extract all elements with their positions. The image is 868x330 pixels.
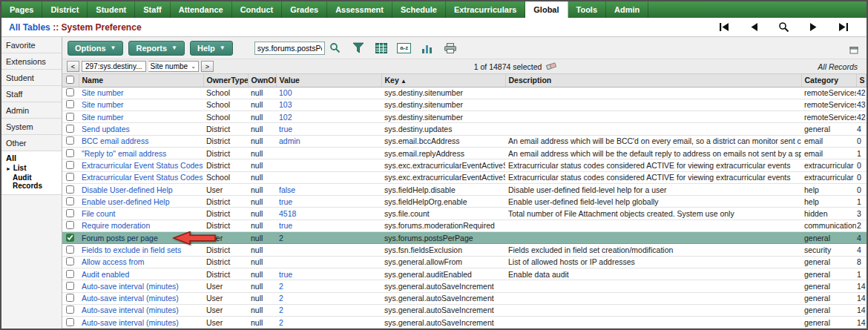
row-value-link[interactable]: true xyxy=(276,220,381,231)
row-name-link[interactable]: Fields to exclude in field sets xyxy=(79,244,203,256)
row-checkbox[interactable] xyxy=(66,185,74,194)
table-row[interactable]: Disable User-defined HelpUsernullfalsesy… xyxy=(62,183,867,195)
row-name-link[interactable]: Auto-save interval (minutes) xyxy=(79,280,203,292)
row-checkbox[interactable] xyxy=(66,270,74,278)
sort-az-icon[interactable]: a-z xyxy=(395,40,413,56)
sidebar-subitem-list[interactable]: ► List xyxy=(6,164,57,172)
first-record-icon[interactable] xyxy=(719,23,730,31)
row-name-link[interactable]: BCC email address xyxy=(79,135,203,147)
row-value-link[interactable] xyxy=(276,256,381,268)
record-filter-label[interactable]: All Records xyxy=(818,62,858,71)
row-checkbox[interactable] xyxy=(66,221,74,229)
row-name-link[interactable]: Enable user-defined Help xyxy=(79,196,203,208)
column-header-value[interactable]: Value xyxy=(276,74,381,87)
all-tables-link[interactable]: All Tables xyxy=(9,22,50,33)
row-checkbox[interactable] xyxy=(66,197,74,205)
sidebar-item-student[interactable]: Student xyxy=(1,70,62,86)
table-row[interactable]: Auto-save interval (minutes)Usernull2sys… xyxy=(62,280,867,292)
row-checkbox[interactable] xyxy=(66,234,74,242)
row-value-link[interactable]: false xyxy=(276,183,381,195)
row-value-link[interactable]: 2 xyxy=(276,232,381,244)
table-row[interactable]: Extracurricular Event Status CodesDistri… xyxy=(62,159,867,171)
row-value-link[interactable]: 2 xyxy=(276,292,381,304)
row-checkbox[interactable] xyxy=(66,100,74,108)
search-go-icon[interactable] xyxy=(326,40,344,56)
table-row[interactable]: Extracurricular Event Status CodesSchool… xyxy=(62,171,867,183)
print-icon[interactable] xyxy=(441,40,459,56)
table-row[interactable]: File countDistrictnull4518sys.file.count… xyxy=(62,208,867,220)
row-checkbox[interactable] xyxy=(66,88,74,96)
clear-selection-icon[interactable] xyxy=(546,62,557,72)
sidebar-item-favorite[interactable]: Favorite xyxy=(1,37,62,53)
row-value-link[interactable] xyxy=(276,244,381,256)
help-button[interactable]: Help▼ xyxy=(190,41,233,56)
row-name-link[interactable]: Extracurricular Event Status Codes xyxy=(79,159,203,171)
tab-student[interactable]: Student xyxy=(88,1,135,18)
row-name-link[interactable]: Site number xyxy=(79,87,203,99)
record-view-select[interactable]: Site numbe ⌄ xyxy=(148,61,199,72)
tab-attendance[interactable]: Attendance xyxy=(171,1,232,18)
row-name-link[interactable]: Allow access from xyxy=(79,256,203,268)
last-record-icon[interactable] xyxy=(838,23,849,31)
column-header-category[interactable]: Category xyxy=(801,74,856,87)
table-row[interactable]: Send updatesDistrictnulltruesys.destiny.… xyxy=(62,123,867,135)
reports-button[interactable]: Reports▼ xyxy=(128,41,184,56)
column-header-description[interactable]: Description xyxy=(505,74,801,87)
row-value-link[interactable] xyxy=(276,159,381,171)
column-header-key[interactable]: Key ▲ xyxy=(381,74,505,87)
table-row[interactable]: Enable user-defined HelpDistrictnulltrue… xyxy=(62,196,867,208)
next-record-icon[interactable] xyxy=(809,23,818,31)
tab-tools[interactable]: Tools xyxy=(568,1,607,18)
row-checkbox[interactable] xyxy=(66,306,74,314)
row-name-link[interactable]: Auto-save interval (minutes) xyxy=(79,292,203,304)
row-value-link[interactable]: 2 xyxy=(276,304,381,316)
tab-district[interactable]: District xyxy=(42,1,88,18)
row-name-link[interactable]: Send updates xyxy=(79,123,203,135)
row-name-link[interactable]: File count xyxy=(79,208,203,220)
row-name-link[interactable]: Auto-save interval (minutes) xyxy=(79,304,203,316)
row-name-link[interactable]: Forum posts per page xyxy=(79,232,203,244)
table-row[interactable]: Allow access fromDistrictnullsys.general… xyxy=(62,256,867,268)
row-checkbox[interactable] xyxy=(66,294,74,302)
column-header-s[interactable]: S xyxy=(856,74,867,87)
popout-icon[interactable] xyxy=(845,42,863,58)
sidebar-item-system[interactable]: System xyxy=(1,119,62,135)
row-name-link[interactable]: Audit enabled xyxy=(79,268,203,280)
tab-assessment[interactable]: Assessment xyxy=(327,1,392,18)
table-row[interactable]: Auto-save interval (minutes)Usernull2sys… xyxy=(62,317,867,329)
search-icon[interactable] xyxy=(778,22,789,33)
row-value-link[interactable]: 4518 xyxy=(276,208,381,220)
filter-icon[interactable] xyxy=(349,40,367,56)
column-header-name[interactable]: Name xyxy=(79,74,203,87)
tab-schedule[interactable]: Schedule xyxy=(392,1,446,18)
row-name-link[interactable]: Disable User-defined Help xyxy=(79,183,203,195)
previous-page-button[interactable]: < xyxy=(67,61,79,72)
table-row[interactable]: Auto-save interval (minutes)Usernull2sys… xyxy=(62,292,867,304)
tab-admin[interactable]: Admin xyxy=(606,1,648,18)
previous-record-icon[interactable] xyxy=(749,23,759,31)
row-checkbox[interactable] xyxy=(66,125,74,133)
row-name-link[interactable]: Auto-save interval (minutes) xyxy=(79,317,203,329)
column-header-ownoid[interactable]: OwnOID xyxy=(248,74,276,87)
row-checkbox[interactable] xyxy=(66,161,74,169)
column-header-ownertype[interactable]: OwnerType xyxy=(203,74,248,87)
tab-grades[interactable]: Grades xyxy=(282,1,327,18)
row-name-link[interactable]: Site number xyxy=(79,111,203,123)
row-checkbox[interactable] xyxy=(66,113,74,121)
tab-global[interactable]: Global xyxy=(525,1,568,18)
next-page-button[interactable]: > xyxy=(201,61,214,72)
row-checkbox[interactable] xyxy=(66,318,74,326)
sidebar-item-staff[interactable]: Staff xyxy=(1,86,62,102)
sidebar-item-other[interactable]: Other xyxy=(1,135,62,151)
tab-pages[interactable]: Pages xyxy=(1,1,42,18)
row-checkbox[interactable] xyxy=(66,257,74,265)
options-button[interactable]: Options▼ xyxy=(68,41,123,56)
table-row[interactable]: Site numberSchoolnull102sys.destiny.site… xyxy=(62,111,867,123)
row-value-link[interactable]: admin xyxy=(276,135,381,147)
table-row[interactable]: Auto-save interval (minutes)Usernull2sys… xyxy=(62,304,867,316)
select-all-checkbox[interactable] xyxy=(66,76,74,84)
row-value-link[interactable] xyxy=(276,147,381,159)
current-record-box[interactable]: 297:sys.destiny... xyxy=(82,61,146,72)
row-value-link[interactable]: 102 xyxy=(276,111,381,123)
tab-staff[interactable]: Staff xyxy=(135,1,170,18)
